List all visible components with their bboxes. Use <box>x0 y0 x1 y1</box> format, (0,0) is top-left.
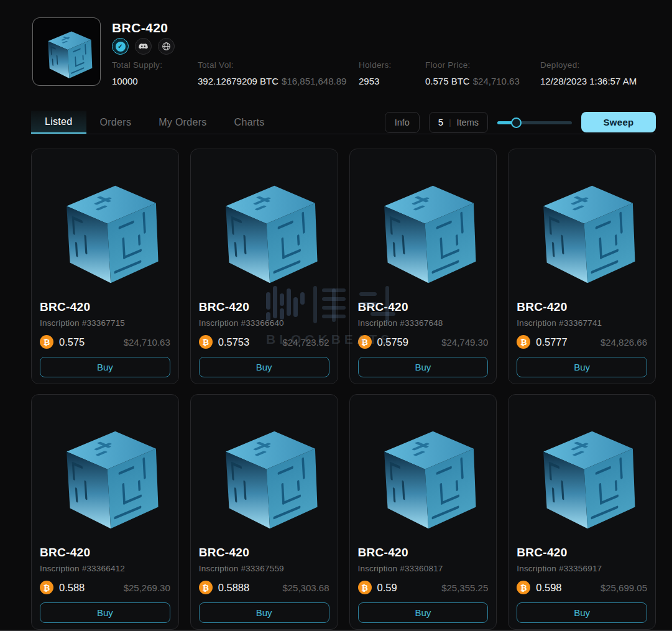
sweep-button[interactable]: Sweep <box>581 112 656 132</box>
card-title: BRC-420 <box>358 546 489 560</box>
bitcoin-icon: ₿ <box>40 581 53 594</box>
items-label: Items <box>457 117 479 127</box>
price-usd: $25,699.05 <box>601 583 647 593</box>
items-separator: | <box>449 117 451 127</box>
bitcoin-icon: ₿ <box>40 335 53 349</box>
buy-button[interactable]: Buy <box>40 602 170 623</box>
price-btc: 0.598 <box>536 582 561 594</box>
price-usd: $25,269.30 <box>124 583 170 593</box>
stat-floor-price: Floor Price: 0.575 BTC$24,710.63 <box>425 60 520 86</box>
nft-cube-image[interactable] <box>517 157 647 297</box>
bitcoin-icon: ₿ <box>199 581 213 594</box>
card-title: BRC-420 <box>517 300 647 314</box>
card-title: BRC-420 <box>358 300 489 314</box>
price-usd: $25,303.68 <box>282 583 329 593</box>
buy-button[interactable]: Buy <box>358 357 489 377</box>
bitcoin-icon: ₿ <box>358 335 372 349</box>
bitcoin-icon: ₿ <box>199 335 213 349</box>
price-row: ₿ 0.5759 $24,749.30 <box>358 335 489 349</box>
price-row: ₿ 0.588 $25,269.30 <box>40 581 170 594</box>
card-title: BRC-420 <box>199 546 329 560</box>
list-controls: Info 5 | Items Sweep <box>385 111 656 134</box>
buy-button[interactable]: Buy <box>199 602 329 623</box>
card-inscription: Inscription #33367648 <box>358 318 489 328</box>
price-btc: 0.59 <box>377 582 397 594</box>
discord-icon[interactable] <box>135 38 152 55</box>
card-inscription: Inscription #33366640 <box>199 318 329 328</box>
tab-orders[interactable]: Orders <box>86 111 145 134</box>
nft-cube-image[interactable] <box>40 403 170 543</box>
tab-my-orders[interactable]: My Orders <box>145 111 220 134</box>
slider-handle[interactable] <box>511 117 522 128</box>
listing-card: BRC-420 Inscription #33367648 ₿ 0.5759 $… <box>349 149 497 384</box>
items-count-box[interactable]: 5 | Items <box>429 112 488 133</box>
nft-cube-image[interactable] <box>199 157 329 297</box>
buy-button[interactable]: Buy <box>517 357 647 377</box>
tab-bar: Listed Orders My Orders Charts Info 5 | … <box>31 111 656 134</box>
tab-listed[interactable]: Listed <box>31 111 86 134</box>
card-inscription: Inscription #33366412 <box>40 564 170 573</box>
nft-cube-image[interactable] <box>199 403 329 543</box>
total-vol-usd: $16,851,648.89 <box>282 76 346 86</box>
nft-cube-image[interactable] <box>358 157 489 297</box>
listing-card: BRC-420 Inscription #33367741 ₿ 0.5777 $… <box>508 149 656 384</box>
stat-total-vol: Total Vol: 392.12679209 BTC$16,851,648.8… <box>198 60 346 86</box>
buy-button[interactable]: Buy <box>358 602 489 623</box>
listing-card: BRC-420 Inscription #33366412 ₿ 0.588 $2… <box>31 394 179 630</box>
card-inscription: Inscription #33360817 <box>358 564 489 573</box>
buy-button[interactable]: Buy <box>40 357 170 377</box>
card-inscription: Inscription #33367559 <box>199 564 329 573</box>
holders-value: 2953 <box>359 76 379 86</box>
stat-deployed: Deployed: 12/28/2023 1:36:57 AM <box>540 60 637 86</box>
verified-badge-icon: ✓ <box>112 38 129 55</box>
price-btc: 0.575 <box>59 336 85 348</box>
items-count-value: 5 <box>438 117 443 127</box>
price-btc: 0.5888 <box>218 582 249 594</box>
collection-links: ✓ <box>112 38 175 55</box>
buy-button[interactable]: Buy <box>199 357 329 377</box>
card-title: BRC-420 <box>199 300 329 314</box>
price-row: ₿ 0.575 $24,710.63 <box>40 335 170 349</box>
card-title: BRC-420 <box>40 546 170 560</box>
card-inscription: Inscription #33367741 <box>517 318 647 328</box>
price-usd: $24,723.52 <box>282 337 329 348</box>
floor-price-btc: 0.575 BTC <box>425 76 470 86</box>
card-inscription: Inscription #33367715 <box>40 318 170 328</box>
price-usd: $24,710.63 <box>124 337 170 348</box>
collection-thumbnail <box>32 17 101 86</box>
price-btc: 0.5753 <box>218 336 249 348</box>
buy-button[interactable]: Buy <box>517 602 647 623</box>
floor-price-usd: $24,710.63 <box>473 76 520 86</box>
nft-cube-image[interactable] <box>517 403 647 543</box>
listings-grid: BRC-420 Inscription #33367715 ₿ 0.575 $2… <box>31 149 656 630</box>
bitcoin-icon: ₿ <box>517 335 530 349</box>
tab-charts[interactable]: Charts <box>221 111 278 134</box>
price-row: ₿ 0.5777 $24,826.66 <box>517 335 647 349</box>
deployed-value: 12/28/2023 1:36:57 AM <box>540 76 637 86</box>
price-row: ₿ 0.59 $25,355.25 <box>358 581 489 594</box>
listing-card: BRC-420 Inscription #33360817 ₿ 0.59 $25… <box>349 394 497 630</box>
bitcoin-icon: ₿ <box>517 581 530 594</box>
price-usd: $25,355.25 <box>441 583 488 593</box>
card-title: BRC-420 <box>517 546 647 560</box>
total-vol-btc: 392.12679209 BTC <box>198 76 278 86</box>
website-globe-icon[interactable] <box>158 38 175 55</box>
nft-cube-image[interactable] <box>358 403 489 543</box>
price-btc: 0.5777 <box>536 336 567 348</box>
listing-card: BRC-420 Inscription #33366640 ₿ 0.5753 $… <box>190 149 338 384</box>
listing-card: BRC-420 Inscription #33367559 ₿ 0.5888 $… <box>190 394 338 630</box>
items-slider[interactable] <box>497 112 572 133</box>
price-row: ₿ 0.598 $25,699.05 <box>517 581 647 594</box>
price-btc: 0.588 <box>59 582 85 594</box>
card-inscription: Inscription #33356917 <box>517 564 647 573</box>
listing-card: BRC-420 Inscription #33367715 ₿ 0.575 $2… <box>31 149 179 384</box>
nft-cube-image[interactable] <box>40 157 170 297</box>
info-button[interactable]: Info <box>385 112 420 133</box>
listing-card: BRC-420 Inscription #33356917 ₿ 0.598 $2… <box>508 394 656 630</box>
stat-total-supply: Total Supply: 10000 <box>112 60 162 86</box>
price-row: ₿ 0.5888 $25,303.68 <box>199 581 329 594</box>
cube-image <box>39 24 94 79</box>
price-btc: 0.5759 <box>377 336 408 348</box>
collection-header: BRC-420 ✓ Total Supply: 10000 Total Vol:… <box>0 0 672 103</box>
total-supply-value: 10000 <box>112 76 138 86</box>
